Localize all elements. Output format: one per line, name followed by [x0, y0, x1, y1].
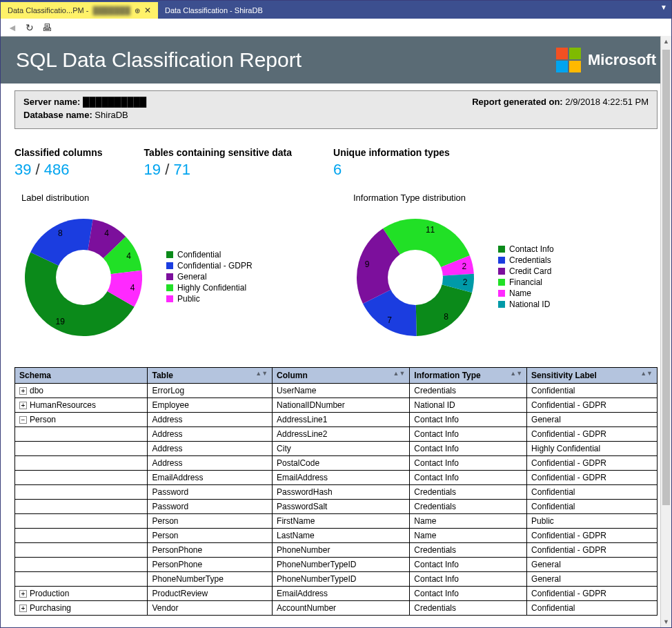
collapse-icon[interactable]: − — [19, 416, 27, 424]
expand-icon[interactable]: + — [19, 402, 27, 409]
tab-inactive[interactable]: Data Classification - ShiraDB — [158, 2, 270, 19]
print-icon[interactable]: 🖶 — [42, 22, 52, 33]
table-row: PersonLastNameNameConfidential - GDPR — [15, 529, 658, 543]
stats-row: Classified columns 39 / 486 Tables conta… — [14, 147, 658, 179]
column-header[interactable]: Information Type▲▼ — [410, 368, 527, 384]
tab-strip: Data Classificatio...PM - ███████ ⊕ ✕ Da… — [1, 1, 671, 19]
pin-icon[interactable]: ⊕ — [135, 7, 140, 14]
report-generated-value: 2/9/2018 4:22:51 PM — [565, 97, 649, 107]
table-row: EmailAddressEmailAddressContact InfoConf… — [15, 471, 658, 485]
legend-item: General — [166, 272, 253, 282]
close-icon[interactable]: ✕ — [144, 6, 151, 15]
scroll-up-icon[interactable]: ▲ — [661, 36, 671, 47]
tab-active[interactable]: Data Classificatio...PM - ███████ ⊕ ✕ — [1, 2, 158, 19]
report-header: SQL Data Classification Report Microsoft — [1, 37, 671, 84]
legend-item: Contact Info — [498, 244, 554, 254]
stat-classified-columns: Classified columns 39 / 486 — [14, 147, 103, 179]
column-header[interactable]: Table▲▼ — [148, 368, 273, 384]
column-header[interactable]: Sensitivity Label▲▼ — [527, 368, 658, 384]
table-row: PhoneNumberTypePhoneNumberTypeIDContact … — [15, 572, 658, 587]
legend-item: Financial — [498, 277, 554, 287]
classification-table: SchemaTable▲▼Column▲▼Information Type▲▼S… — [14, 367, 658, 616]
legend-item: Public — [166, 294, 253, 304]
legend-item: Name — [498, 288, 554, 298]
page-title: SQL Data Classification Report — [16, 48, 302, 72]
column-header[interactable]: Column▲▼ — [273, 368, 410, 384]
legend-item: Highly Confidential — [166, 283, 253, 293]
info-box: Server name: ██████████ Database name: S… — [14, 90, 658, 129]
table-row: PersonFirstNameNamePublic — [15, 514, 658, 529]
legend-item: National ID — [498, 300, 554, 309]
vertical-scrollbar[interactable]: ▲ ▼ — [660, 36, 671, 627]
table-row: +HumanResourcesEmployeeNationalIDNumberN… — [15, 398, 658, 413]
microsoft-logo: Microsoft — [556, 48, 656, 72]
chart-label-distribution: Label distribution 198444 ConfidentialCo… — [14, 193, 326, 346]
table-row: AddressPostalCodeContact InfoConfidentia… — [15, 456, 658, 471]
toolbar: ◄ ↻ 🖶 — [1, 19, 671, 37]
table-row: −PersonAddressAddressLine1Contact InfoGe… — [15, 413, 658, 427]
column-header[interactable]: Schema — [15, 368, 148, 384]
refresh-icon[interactable]: ↻ — [26, 22, 34, 33]
legend-item: Credentials — [498, 255, 554, 265]
stat-unique-types: Unique information types 6 — [333, 147, 450, 179]
table-row: +ProductionProductReviewEmailAddressCont… — [15, 587, 658, 601]
scroll-down-icon[interactable]: ▼ — [661, 616, 671, 627]
expand-icon[interactable]: + — [19, 387, 27, 395]
chart-infotype-distribution: Information Type distribution 8791122 Co… — [346, 193, 658, 346]
svg-point-0 — [56, 250, 111, 305]
expand-icon[interactable]: + — [19, 590, 27, 598]
svg-point-1 — [388, 250, 443, 305]
table-row: PersonPhonePhoneNumberCredentialsConfide… — [15, 543, 658, 558]
table-row: +dboErrorLogUserNameCredentialsConfident… — [15, 384, 658, 398]
legend-item: Credit Card — [498, 266, 554, 276]
table-row: +PurchasingVendorAccountNumberCredential… — [15, 601, 658, 616]
back-icon[interactable]: ◄ — [8, 22, 17, 33]
scroll-thumb[interactable] — [662, 50, 670, 505]
table-row: PersonPhonePhoneNumberTypeIDContact Info… — [15, 558, 658, 572]
database-name-value: ShiraDB — [95, 110, 128, 120]
table-row: PasswordPasswordSaltCredentialsConfident… — [15, 500, 658, 514]
server-name-value: ██████████ — [83, 97, 146, 107]
legend-item: Confidential — [166, 250, 253, 259]
expand-icon[interactable]: + — [19, 605, 27, 612]
table-row: AddressCityContact InfoHighly Confidenti… — [15, 442, 658, 456]
stat-sensitive-tables: Tables containing sensitive data 19 / 71 — [144, 147, 292, 179]
table-row: PasswordPasswordHashCredentialsConfident… — [15, 485, 658, 500]
window-menu-icon[interactable]: ▼ — [660, 3, 667, 11]
legend-item: Confidential - GDPR — [166, 261, 253, 271]
table-row: AddressAddressLine2Contact InfoConfident… — [15, 427, 658, 442]
